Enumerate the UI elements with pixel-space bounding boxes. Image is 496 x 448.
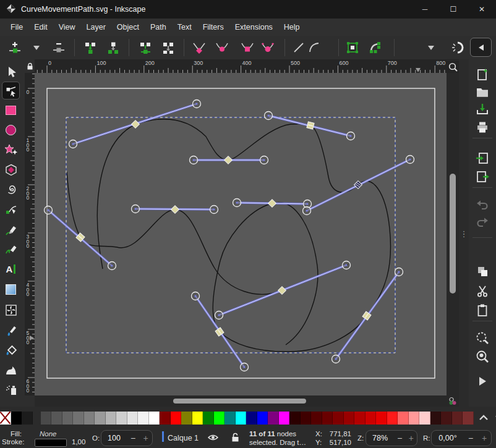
- palette-swatch-800080[interactable]: [268, 412, 279, 425]
- node-symmetric-button[interactable]: [239, 40, 255, 55]
- palette-swatch-800000[interactable]: [160, 412, 171, 425]
- redo-button[interactable]: [474, 214, 490, 230]
- tool-spiral-button[interactable]: [2, 181, 19, 198]
- palette-swatch-2b0000[interactable]: [289, 412, 301, 425]
- palette-swatch-008080[interactable]: [224, 412, 236, 425]
- zoom-increase-button[interactable]: +: [406, 433, 417, 443]
- rotation-value[interactable]: 0,00°: [432, 434, 464, 442]
- menu-filters[interactable]: Filters: [197, 20, 229, 34]
- opacity-value[interactable]: 100: [101, 434, 127, 442]
- menu-text[interactable]: Text: [172, 20, 197, 34]
- palette-swatch-540000[interactable]: [311, 412, 322, 425]
- tool-pencil-button[interactable]: [2, 221, 19, 238]
- menu-object[interactable]: Object: [111, 20, 145, 34]
- zoom-1-1-button[interactable]: [447, 61, 459, 73]
- undo-button[interactable]: [474, 197, 490, 213]
- tool-ellipse-button[interactable]: [2, 122, 19, 138]
- open-document-button[interactable]: [474, 84, 490, 100]
- tool-dropper-button[interactable]: [2, 322, 19, 339]
- palette-swatch-0000ff[interactable]: [257, 412, 268, 425]
- node-smooth-button[interactable]: [214, 40, 230, 55]
- color-management-toggle[interactable]: [447, 395, 459, 407]
- tool-pen-button[interactable]: [2, 201, 19, 218]
- opacity-decrease-button[interactable]: −: [127, 433, 140, 443]
- dock-resize-grip[interactable]: ⋮: [459, 59, 469, 408]
- palette-swatch-7a2e2e[interactable]: [463, 412, 474, 425]
- menu-file[interactable]: File: [5, 20, 28, 34]
- rotation-spinbox[interactable]: 0,00° − +: [431, 430, 492, 446]
- opacity-spinbox[interactable]: 100 − +: [101, 430, 153, 446]
- drawing-svg[interactable]: [35, 73, 447, 395]
- palette-swatch-00ff00[interactable]: [214, 412, 225, 425]
- rotation-increase-button[interactable]: +: [477, 433, 491, 443]
- insert-node-button[interactable]: [7, 40, 23, 55]
- delete-node-button[interactable]: [51, 40, 67, 55]
- palette-swatch-ff9999[interactable]: [409, 412, 420, 425]
- palette-swatch-e3e3e3[interactable]: [127, 412, 139, 425]
- print-button[interactable]: [474, 119, 490, 135]
- tool-gradient-button[interactable]: [2, 281, 19, 298]
- palette-swatch-9a9a9a[interactable]: [95, 412, 106, 425]
- palette-scroll-up-button[interactable]: [479, 412, 489, 423]
- menu-layer[interactable]: Layer: [81, 20, 111, 34]
- zoom-selection-button[interactable]: [474, 330, 490, 346]
- insert-node-dropdown[interactable]: [28, 40, 45, 55]
- tool-selector-button[interactable]: [2, 63, 19, 80]
- paste-button[interactable]: [474, 302, 490, 318]
- palette-swatch-717171[interactable]: [73, 412, 84, 425]
- tool-star-button[interactable]: [2, 142, 19, 158]
- snap-toggle-button[interactable]: [450, 40, 466, 55]
- duplicate-button[interactable]: [474, 263, 490, 279]
- stroke-color-swatch[interactable]: [35, 439, 67, 447]
- tool-rectangle-button[interactable]: [2, 102, 19, 119]
- palette-swatch-7f0000[interactable]: [333, 412, 344, 425]
- palette-swatch-ff00ff[interactable]: [279, 412, 290, 425]
- palette-swatch-808000[interactable]: [181, 412, 192, 425]
- close-button[interactable]: ✕: [468, 0, 496, 19]
- palette-swatch-cfcfcf[interactable]: [116, 412, 127, 425]
- import-button[interactable]: [474, 150, 490, 166]
- stroke-to-path-button[interactable]: [367, 40, 383, 55]
- break-nodes-button[interactable]: [105, 40, 121, 55]
- snap-bar-collapse-button[interactable]: [470, 38, 492, 57]
- node-corner-button[interactable]: [191, 40, 207, 55]
- palette-swatch-1c1c1c[interactable]: [22, 412, 33, 425]
- palette-swatch-ff6666[interactable]: [398, 412, 409, 425]
- opacity-increase-button[interactable]: +: [139, 433, 152, 443]
- segment-curve-button[interactable]: [306, 40, 322, 55]
- palette-swatch-646464[interactable]: [62, 412, 74, 425]
- minimize-button[interactable]: ─: [411, 0, 439, 19]
- zoom-value[interactable]: 78%: [366, 434, 394, 442]
- horizontal-ruler[interactable]: 0100200300400500600700800: [35, 59, 447, 73]
- tool-3dbox-button[interactable]: [2, 161, 19, 178]
- menu-edit[interactable]: Edit: [28, 20, 53, 34]
- palette-swatch-990000[interactable]: [344, 412, 355, 425]
- canvas[interactable]: [35, 73, 447, 395]
- palette-swatch-7f7f7f[interactable]: [84, 412, 95, 425]
- zoom-drawing-button[interactable]: [474, 349, 490, 365]
- palette-swatch-451414[interactable]: [441, 412, 452, 425]
- palette-swatch-ff0000[interactable]: [171, 412, 182, 425]
- palette-swatch-000080[interactable]: [246, 412, 257, 425]
- tool-tweak-button[interactable]: [2, 361, 19, 378]
- export-button[interactable]: [474, 169, 490, 185]
- menu-path[interactable]: Path: [145, 20, 172, 34]
- join-segment-button[interactable]: [137, 40, 153, 55]
- tool-text-button[interactable]: A: [2, 261, 19, 277]
- layer-name[interactable]: Calque 1: [168, 434, 199, 442]
- vertical-ruler[interactable]: 0100200300400500600: [25, 73, 35, 395]
- tool-paintbucket-button[interactable]: [2, 342, 19, 358]
- menu-view[interactable]: View: [53, 20, 81, 34]
- vscroll-thumb[interactable]: [450, 174, 456, 294]
- fill-value[interactable]: None: [40, 430, 57, 437]
- palette-swatch-3f0000[interactable]: [301, 412, 312, 425]
- palette-swatch-f2f2f2[interactable]: [138, 412, 149, 425]
- palette-swatch-575757[interactable]: [51, 412, 62, 425]
- next-zoom-button[interactable]: [474, 373, 490, 389]
- palette-swatch-000000[interactable]: [11, 412, 22, 425]
- ruler-lock[interactable]: [25, 59, 35, 73]
- palette-swatch-ffcccc[interactable]: [419, 412, 430, 425]
- palette-swatch-ff1a1a[interactable]: [387, 412, 398, 425]
- layer-visibility-toggle[interactable]: [208, 433, 218, 443]
- palette-swatch-690000[interactable]: [322, 412, 333, 425]
